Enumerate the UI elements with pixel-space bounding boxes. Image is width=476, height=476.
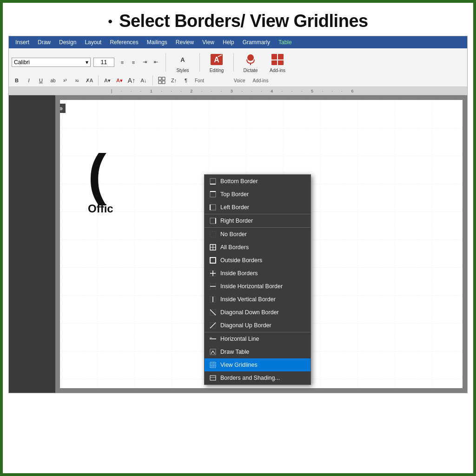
menu-help[interactable]: Help — [219, 37, 238, 47]
divider-4 — [98, 75, 99, 86]
dropdown-item-diagonal-down[interactable]: Diagonal Down Border — [205, 306, 311, 319]
dropdown-item-inside-vertical[interactable]: Inside Vertical Border — [205, 293, 311, 306]
menu-design[interactable]: Design — [55, 37, 80, 47]
dropdown-item-horizontal-line[interactable]: Horizontal Line — [205, 332, 311, 345]
svg-rect-41 — [210, 362, 216, 368]
svg-rect-8 — [278, 60, 284, 65]
font-name-selector[interactable]: Calibri ▾ — [12, 58, 91, 67]
svg-rect-40 — [210, 349, 216, 355]
font-size-selector[interactable]: 11 — [93, 58, 114, 67]
menu-layout[interactable]: Layout — [81, 37, 105, 47]
dropdown-item-right-border[interactable]: Right Border — [205, 214, 311, 227]
dropdown-item-inside-horizontal[interactable]: Inside Horizontal Border — [205, 280, 311, 293]
menu-table[interactable]: Table — [275, 37, 296, 47]
list-bullet-btn[interactable]: ≡ — [117, 57, 127, 67]
dropdown-item-all-borders[interactable]: All Borders — [205, 241, 311, 254]
svg-rect-16 — [210, 192, 216, 197]
bold-btn[interactable]: B — [12, 75, 22, 86]
dropdown-item-view-gridlines[interactable]: View Gridlines — [205, 358, 311, 371]
svg-rect-14 — [210, 178, 216, 184]
draw-table-icon — [209, 348, 217, 356]
bottom-border-icon — [209, 178, 217, 185]
all-borders-icon — [209, 244, 217, 251]
svg-rect-26 — [210, 258, 216, 263]
addins-button[interactable]: Add-ins — [265, 50, 290, 74]
word-application: Insert Draw Design Layout References Mai… — [8, 36, 468, 393]
outdent-btn[interactable]: ⇤ — [151, 57, 161, 67]
font-size-shrink-btn[interactable]: A↓ — [139, 75, 149, 86]
divider-3 — [233, 53, 234, 72]
svg-line-37 — [210, 323, 216, 328]
paragraph-group: ≡ ≡ ⇥ ⇤ — [117, 57, 161, 67]
highlight-btn[interactable]: A▾ — [102, 75, 112, 86]
office-text: Offic — [88, 202, 113, 215]
font-size-grow-btn[interactable]: A↑ — [126, 75, 137, 86]
dictate-button[interactable]: Dictate — [238, 50, 263, 74]
font-color-btn[interactable]: A▾ — [114, 75, 125, 86]
table-move-handle[interactable]: ⊕ — [60, 104, 66, 113]
menu-review[interactable]: Review — [172, 37, 198, 47]
dropdown-item-inside-borders[interactable]: Inside Borders — [205, 267, 311, 280]
svg-rect-22 — [210, 231, 216, 237]
doc-sidebar — [9, 95, 55, 393]
svg-rect-46 — [210, 376, 216, 380]
dropdown-item-draw-table[interactable]: Draw Table — [205, 345, 311, 358]
svg-rect-12 — [162, 81, 165, 84]
right-border-icon — [209, 217, 217, 225]
svg-rect-3 — [249, 54, 252, 60]
menu-draw[interactable]: Draw — [34, 37, 54, 47]
styles-button[interactable]: A Styles — [171, 50, 195, 74]
view-gridlines-icon — [209, 361, 217, 369]
menu-mailings[interactable]: Mailings — [143, 37, 171, 47]
list-num-btn[interactable]: ≡ — [128, 57, 139, 67]
dropdown-item-borders-shading[interactable]: Borders and Shading... — [205, 371, 311, 384]
addins2-label: Add-ins — [252, 78, 268, 83]
svg-rect-6 — [278, 54, 284, 60]
subscript-btn[interactable]: x₂ — [72, 75, 82, 86]
bullet-point: • — [108, 14, 112, 29]
sort-btn[interactable]: Z↑ — [169, 75, 179, 86]
horizontal-line-icon — [209, 335, 217, 343]
outside-borders-icon — [209, 257, 217, 264]
no-border-icon — [209, 231, 217, 238]
page-title: Select Borders/ View Gridlines — [119, 11, 368, 31]
svg-rect-9 — [159, 77, 161, 80]
borders-btn[interactable] — [157, 75, 167, 86]
dropdown-item-bottom-border[interactable]: Bottom Border — [205, 175, 311, 188]
page-header: • Select Borders/ View Gridlines — [3, 3, 473, 36]
menu-insert[interactable]: Insert — [12, 37, 33, 47]
voice-label: Voice — [234, 78, 245, 83]
ruler-marks: | · · · 1 · · · 2 · · · 3 · · · 4 · · · … — [111, 89, 357, 93]
document-area: ⊕ ( Offic Bottom Border Top Border — [9, 95, 467, 393]
menu-view[interactable]: View — [198, 37, 218, 47]
menu-references[interactable]: References — [106, 37, 142, 47]
ribbon: Calibri ▾ 11 ≡ ≡ ⇥ ⇤ A Styles — [9, 48, 467, 87]
indent-btn[interactable]: ⇥ — [139, 57, 150, 67]
svg-rect-10 — [162, 77, 165, 80]
ruler: | · · · 1 · · · 2 · · · 3 · · · 4 · · · … — [9, 87, 467, 95]
editing-button[interactable]: A Editing — [205, 50, 229, 74]
pilcrow-btn[interactable]: ¶ — [181, 75, 191, 86]
dropdown-item-outside-borders[interactable]: Outside Borders — [205, 254, 311, 267]
dropdown-item-top-border[interactable]: Top Border — [205, 188, 311, 201]
clear-format-btn[interactable]: ✗A — [84, 75, 94, 86]
ribbon-row-2: B I U ab x² x₂ ✗A A▾ A▾ A↑ A↓ Z↑ ¶ — [12, 75, 464, 86]
svg-rect-39 — [210, 337, 212, 338]
dropdown-item-left-border[interactable]: Left Border — [205, 201, 311, 214]
svg-rect-18 — [210, 205, 216, 210]
italic-btn[interactable]: I — [24, 75, 34, 86]
svg-rect-20 — [210, 218, 216, 224]
svg-line-35 — [210, 310, 216, 315]
dropdown-item-no-border[interactable]: No Border — [205, 227, 311, 241]
borders-dropdown-menu: Bottom Border Top Border Left Border — [204, 174, 311, 385]
menu-grammarly[interactable]: Grammarly — [239, 37, 274, 47]
superscript-btn[interactable]: x² — [60, 75, 70, 86]
dropdown-item-diagonal-up[interactable]: Diagonal Up Border — [205, 319, 311, 332]
menu-bar: Insert Draw Design Layout References Mai… — [9, 36, 467, 48]
strikethrough-btn[interactable]: ab — [48, 75, 58, 86]
borders-shading-icon — [209, 374, 217, 382]
diagonal-down-border-icon — [209, 309, 217, 316]
underline-btn[interactable]: U — [36, 75, 46, 86]
inside-borders-icon — [209, 270, 217, 277]
diagonal-up-border-icon — [209, 322, 217, 329]
